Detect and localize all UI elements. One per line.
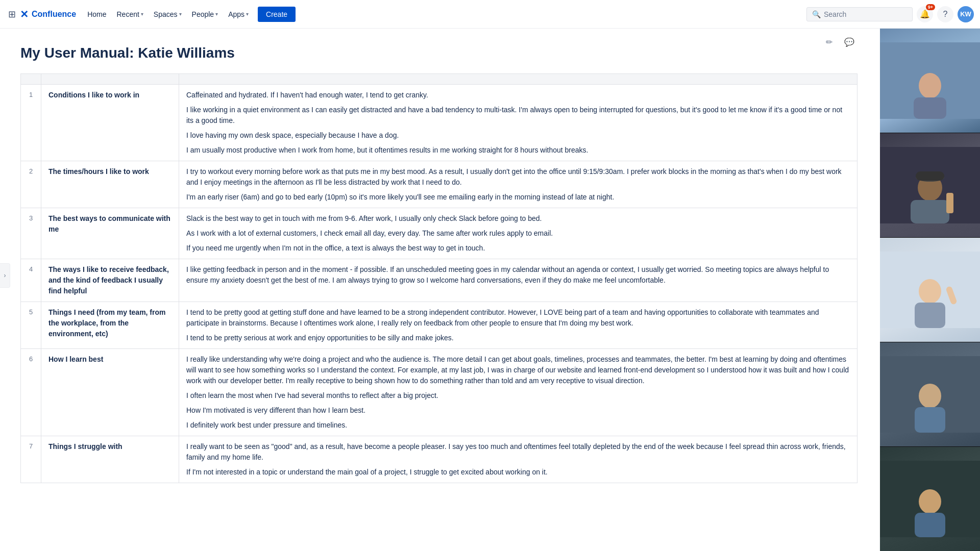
nav-right: 🔍 Search 🔔 9+ ? KW xyxy=(806,6,974,22)
comment-button[interactable]: 💬 xyxy=(841,34,857,50)
content-paragraph: If you need me urgently when I'm not in … xyxy=(186,243,850,254)
table-header-row xyxy=(21,74,857,85)
search-placeholder: Search xyxy=(824,10,846,18)
svg-rect-20 xyxy=(915,513,945,537)
content-paragraph: As I work with a lot of external custome… xyxy=(186,228,850,239)
nav-apps[interactable]: Apps ▾ xyxy=(223,7,254,21)
content-paragraph: I tend to be pretty good at getting stuf… xyxy=(186,307,850,329)
bell-icon: 🔔 xyxy=(920,9,930,19)
row-content: I like getting feedback in person and in… xyxy=(179,259,857,302)
svg-point-12 xyxy=(919,279,941,304)
row-number: 3 xyxy=(21,208,41,259)
sidebar-toggle[interactable]: › xyxy=(0,263,10,288)
recent-chevron-icon: ▾ xyxy=(141,11,143,17)
content-paragraph: I really want to be seen as "good" and, … xyxy=(186,441,850,463)
content-paragraph: I'm an early riser (6am) and go to bed e… xyxy=(186,192,850,203)
avatar-initials: KW xyxy=(960,10,971,18)
logo-text: Confluence xyxy=(32,10,76,19)
people-chevron-icon: ▾ xyxy=(215,11,218,17)
content-paragraph: I tend to be pretty serious at work and … xyxy=(186,333,850,343)
nav-people[interactable]: People ▾ xyxy=(187,7,224,21)
content-paragraph: I love having my own desk space, especia… xyxy=(186,130,850,141)
content-paragraph: I really like understanding why we're do… xyxy=(186,354,850,386)
row-number: 4 xyxy=(21,259,41,302)
svg-point-16 xyxy=(919,384,941,408)
nav-home-label: Home xyxy=(87,10,106,18)
content-paragraph: I often learn the most when I've had sev… xyxy=(186,390,850,401)
nav-recent[interactable]: Recent ▾ xyxy=(111,7,148,21)
nav-home[interactable]: Home xyxy=(82,7,111,21)
top-navigation: ⊞ ✕ Confluence Home Recent ▾ Spaces ▾ Pe… xyxy=(0,0,980,29)
user-manual-table: 1Conditions I like to work inCaffeinated… xyxy=(20,73,857,483)
content-paragraph: How I'm motivated is very different than… xyxy=(186,405,850,416)
col-num xyxy=(21,74,41,85)
svg-rect-9 xyxy=(911,200,949,223)
help-button[interactable]: ? xyxy=(937,6,953,22)
content-paragraph: I like getting feedback in person and in… xyxy=(186,264,850,286)
video-tile-3[interactable] xyxy=(880,238,980,342)
content-area: My User Manual: Katie Williams 1Conditio… xyxy=(0,29,878,551)
video-tile-5[interactable] xyxy=(880,447,980,551)
page-actions: ✏ 💬 xyxy=(821,34,857,50)
row-label: The ways I like to receive feedback, and… xyxy=(41,259,179,302)
search-icon: 🔍 xyxy=(812,10,821,18)
notification-badge: 9+ xyxy=(926,4,935,10)
content-paragraph: I try to workout every morning before wo… xyxy=(186,166,850,188)
video-tile-1[interactable] xyxy=(880,29,980,133)
main-layout: My User Manual: Katie Williams 1Conditio… xyxy=(0,29,980,551)
svg-point-2 xyxy=(919,73,941,98)
search-box[interactable]: 🔍 Search xyxy=(806,7,913,21)
table-row: 5Things I need (from my team, from the w… xyxy=(21,302,857,349)
help-icon: ? xyxy=(943,10,948,19)
nav-people-label: People xyxy=(192,10,214,18)
logo-x: ✕ xyxy=(20,8,29,20)
table-row: 3The best ways to communicate with meSla… xyxy=(21,208,857,259)
nav-spaces-label: Spaces xyxy=(154,10,178,18)
grid-icon[interactable]: ⊞ xyxy=(6,7,18,22)
row-content: I really like understanding why we're do… xyxy=(179,349,857,436)
row-content: I tend to be pretty good at getting stuf… xyxy=(179,302,857,349)
row-content: I really want to be seen as "good" and, … xyxy=(179,436,857,483)
svg-rect-13 xyxy=(915,303,945,328)
nav-left: ⊞ ✕ Confluence Home Recent ▾ Spaces ▾ Pe… xyxy=(6,7,296,22)
row-label: Things I need (from my team, from the wo… xyxy=(41,302,179,349)
table-row: 1Conditions I like to work inCaffeinated… xyxy=(21,85,857,161)
main-nav: Home Recent ▾ Spaces ▾ People ▾ Apps ▾ C… xyxy=(82,7,296,22)
svg-point-19 xyxy=(919,489,941,514)
row-label: Things I struggle with xyxy=(41,436,179,483)
table-row: 4The ways I like to receive feedback, an… xyxy=(21,259,857,302)
table-row: 7Things I struggle withI really want to … xyxy=(21,436,857,483)
svg-rect-17 xyxy=(915,407,945,433)
row-number: 6 xyxy=(21,349,41,436)
content-paragraph: I definitely work best under pressure an… xyxy=(186,420,850,431)
user-avatar[interactable]: KW xyxy=(958,6,974,22)
nav-spaces[interactable]: Spaces ▾ xyxy=(149,7,187,21)
confluence-logo[interactable]: ✕ Confluence xyxy=(20,8,76,20)
apps-chevron-icon: ▾ xyxy=(246,11,249,17)
svg-rect-3 xyxy=(914,97,946,119)
row-label: How I learn best xyxy=(41,349,179,436)
comment-icon: 💬 xyxy=(844,37,854,47)
nav-apps-label: Apps xyxy=(228,10,244,18)
row-content: Slack is the best way to get in touch wi… xyxy=(179,208,857,259)
video-tile-2[interactable] xyxy=(880,133,980,238)
row-number: 5 xyxy=(21,302,41,349)
edit-button[interactable]: ✏ xyxy=(821,34,837,50)
nav-recent-label: Recent xyxy=(116,10,139,18)
content-paragraph: I am usually most productive when I work… xyxy=(186,145,850,156)
table-row: 6How I learn bestI really like understan… xyxy=(21,349,857,436)
video-tile-4[interactable] xyxy=(880,342,980,447)
video-panel xyxy=(880,29,980,551)
col-label xyxy=(41,74,179,85)
content-paragraph: I like working in a quiet environment as… xyxy=(186,105,850,126)
notifications-button[interactable]: 🔔 9+ xyxy=(917,6,933,22)
table-row: 2The times/hours I like to workI try to … xyxy=(21,161,857,208)
row-number: 2 xyxy=(21,161,41,208)
edit-icon: ✏ xyxy=(826,37,832,47)
create-button[interactable]: Create xyxy=(258,7,296,22)
content-paragraph: Slack is the best way to get in touch wi… xyxy=(186,213,850,224)
page-title: My User Manual: Katie Williams xyxy=(20,45,857,61)
row-label: The best ways to communicate with me xyxy=(41,208,179,259)
row-content: Caffeinated and hydrated. If I haven't h… xyxy=(179,85,857,161)
row-label: Conditions I like to work in xyxy=(41,85,179,161)
